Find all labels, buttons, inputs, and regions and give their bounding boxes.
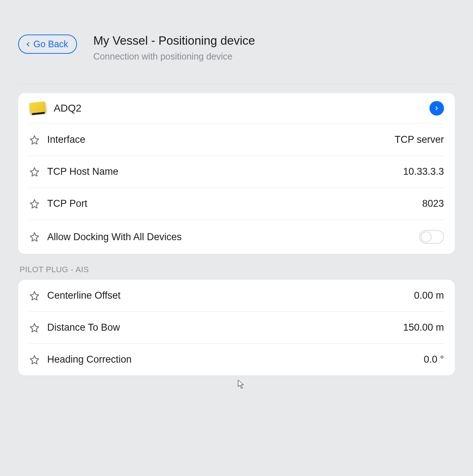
setting-value: TCP server [395,134,444,145]
setting-label: TCP Host Name [47,166,396,177]
setting-label: Heading Correction [47,354,416,365]
star-icon [29,167,40,177]
pilot-plug-card: Centerline Offset 0.00 m Distance To Bow… [18,280,455,375]
setting-label: Interface [47,134,387,145]
star-icon [29,135,40,145]
pilot-plug-section-heading: PILOT PLUG - AIS [20,265,455,274]
page-title: My Vessel - Positioning device [93,34,255,48]
device-name: ADQ2 [54,102,422,114]
toggle-knob [421,231,432,242]
favorite-button[interactable] [29,166,40,177]
setting-label: Allow Docking With All Devices [47,231,412,243]
header-divider [18,84,455,84]
setting-row-tcp-host[interactable]: TCP Host Name 10.33.3.3 [29,156,444,188]
setting-value: 10.33.3.3 [403,166,444,177]
setting-row-centerline-offset[interactable]: Centerline Offset 0.00 m [29,280,444,312]
go-back-button[interactable]: Go Back [18,35,77,54]
setting-label: TCP Port [47,198,415,209]
star-icon [29,291,40,301]
device-chip-icon [29,101,46,115]
setting-value: 0.00 m [414,290,444,301]
star-icon [29,323,40,333]
setting-row-distance-to-bow[interactable]: Distance To Bow 150.00 m [29,312,444,344]
chevron-right-icon [434,105,440,111]
favorite-button[interactable] [29,134,40,145]
setting-label: Centerline Offset [47,290,407,301]
star-icon [29,232,40,242]
setting-row-interface[interactable]: Interface TCP server [29,124,444,156]
setting-label: Distance To Bow [47,322,396,333]
device-card: ADQ2 Interface TCP server TCP Host Name … [18,93,455,254]
favorite-button[interactable] [29,354,40,365]
setting-row-heading-correction[interactable]: Heading Correction 0.0 ° [29,344,444,375]
setting-value: 0.0 ° [424,354,444,365]
mouse-cursor-icon [238,380,245,391]
setting-value: 8023 [422,198,444,209]
go-back-label: Go Back [33,39,68,49]
chevron-left-icon [25,41,31,48]
star-icon [29,199,40,209]
page-subtitle: Connection with positioning device [93,51,255,62]
favorite-button[interactable] [29,231,40,242]
device-expand-button[interactable] [429,101,444,116]
setting-row-tcp-port[interactable]: TCP Port 8023 [29,188,444,220]
star-icon [29,355,40,365]
setting-row-allow-docking[interactable]: Allow Docking With All Devices [29,220,444,254]
favorite-button[interactable] [29,198,40,209]
favorite-button[interactable] [29,290,40,301]
setting-value: 150.00 m [403,322,444,333]
device-header-row[interactable]: ADQ2 [29,93,444,124]
favorite-button[interactable] [29,322,40,333]
allow-docking-toggle[interactable] [419,230,444,244]
